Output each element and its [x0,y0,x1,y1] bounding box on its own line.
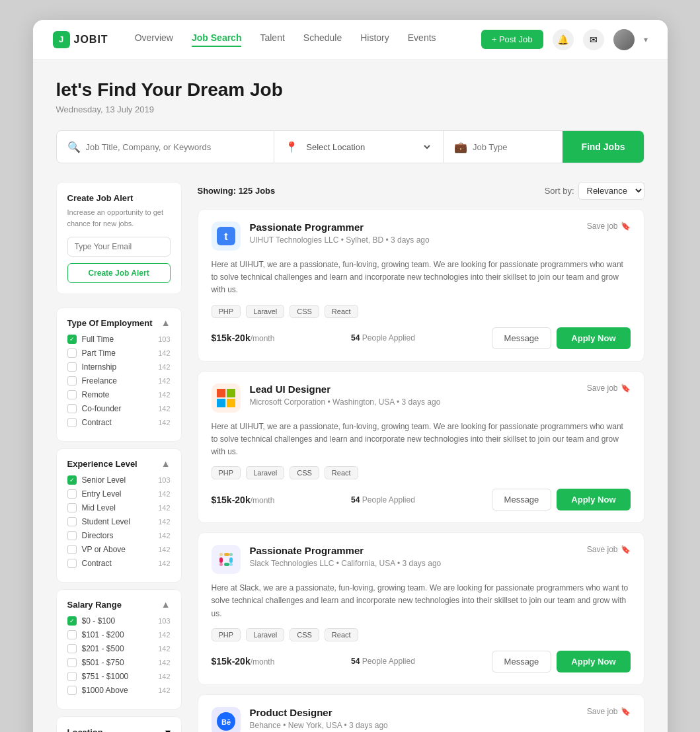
applied: 54 People Applied [351,657,415,666]
parttime-checkbox[interactable] [67,348,77,358]
filter-item-left: Freelance [67,376,117,386]
salary4-checkbox[interactable] [67,672,77,681]
filter-item: VP or Above 142 [67,545,171,554]
nav-events[interactable]: Events [408,32,436,47]
alert-email-input[interactable] [67,237,171,257]
svg-rect-5 [229,557,233,563]
bell-icon[interactable]: 🔔 [553,29,574,50]
behance-logo-svg: Bē [216,712,236,731]
contract-exp-checkbox[interactable] [67,559,77,568]
bookmark-icon: 🔖 [621,545,631,554]
vp-checkbox[interactable] [67,545,77,554]
nav-job-search[interactable]: Job Search [192,32,241,47]
ms-cell-yellow [227,399,235,407]
student-count: 142 [158,518,170,526]
experience-filter-header: Experience Level ▲ [67,458,171,469]
filter-item-left: Co-founder [67,404,122,413]
search-input[interactable] [86,142,264,152]
filter-item-left: Senior Level [67,475,126,485]
salary2-checkbox[interactable] [67,644,77,653]
save-job-button[interactable]: Save job 🔖 [587,222,631,231]
filter-item: Student Level 142 [67,517,171,526]
cofounder-checkbox[interactable] [67,404,77,413]
directors-checkbox[interactable] [67,531,77,540]
contract-emp-checkbox[interactable] [67,418,77,427]
job-posted: 3 days ago [402,397,441,407]
post-job-button[interactable]: + Post Job [481,30,543,49]
location-field: 📍 Select Location [274,131,444,163]
save-job-button[interactable]: Save job 🔖 [587,384,631,393]
salary-range: $15k-20k [212,656,251,667]
location-filter[interactable]: Location ▾ [56,716,182,732]
student-label: Student Level [82,517,130,526]
freelance-checkbox[interactable] [67,376,77,386]
job-posted: 3 days ago [403,559,442,568]
apply-now-button[interactable]: Apply Now [557,327,630,349]
salary0-checkbox[interactable] [67,616,77,626]
internship-checkbox[interactable] [67,362,77,372]
create-alert-button[interactable]: Create Job Alert [67,263,171,283]
filter-item-left: Contract [67,559,112,568]
jobtype-input[interactable] [473,142,552,152]
mail-icon[interactable]: ✉ [583,29,604,50]
job-card: Lead UI Designer Microsoft Corporation •… [198,371,644,524]
apply-now-button[interactable]: Apply Now [557,489,630,510]
applied-label-text: People Applied [362,657,415,666]
company-logo: t [212,222,241,251]
avatar[interactable] [613,29,635,50]
save-job-button[interactable]: Save job 🔖 [587,545,631,554]
tag-laravel: Laravel [246,628,284,641]
salary-collapse-icon[interactable]: ▲ [161,599,171,610]
bookmark-icon: 🔖 [621,384,631,393]
mid-checkbox[interactable] [67,503,77,512]
message-button[interactable]: Message [492,651,552,672]
sidebar: Create Job Alert Increase an opportunity… [56,182,182,732]
location-icon: 📍 [285,141,298,153]
nav-schedule[interactable]: Schedule [303,32,342,47]
salary0-count: 103 [158,617,170,625]
salary3-checkbox[interactable] [67,658,77,667]
fulltime-checkbox[interactable] [67,335,77,344]
nav-history[interactable]: History [360,32,389,47]
job-location: Sylhet, BD [346,235,383,245]
experience-collapse-icon[interactable]: ▲ [161,458,171,469]
location-select[interactable]: Select Location [303,142,432,153]
job-tags: PHP Laravel CSS React [212,305,631,318]
filter-item: Internship 142 [67,362,171,372]
senior-checkbox[interactable] [67,475,77,485]
svg-text:t: t [224,231,228,242]
salary1-checkbox[interactable] [67,630,77,639]
nav-overview[interactable]: Overview [135,32,173,47]
salary1-label: $101 - $200 [82,630,124,639]
sort-select[interactable]: Relevance [578,182,644,200]
chevron-down-icon[interactable]: ▾ [644,35,648,44]
apply-now-button[interactable]: Apply Now [557,651,630,672]
company-name: Behance [250,721,281,730]
entry-checkbox[interactable] [67,489,77,499]
employment-collapse-icon[interactable]: ▲ [161,317,171,328]
salary5-count: 142 [158,686,170,694]
nav-links: Overview Job Search Talent Schedule Hist… [135,32,481,47]
save-job-label: Save job [587,545,618,554]
message-button[interactable]: Message [492,327,552,349]
filter-item: Full Time 103 [67,335,171,344]
contract-emp-label: Contract [82,418,112,427]
save-job-button[interactable]: Save job 🔖 [587,707,631,716]
tag-react: React [325,466,358,479]
job-description: Here at Slack, we are a passionate, fun-… [212,582,631,620]
nav-talent[interactable]: Talent [260,32,284,47]
job-card-header: Lead UI Designer Microsoft Corporation •… [212,384,631,413]
filter-item-left: VP or Above [67,545,126,554]
job-meta: UIHUT Technologies LLC • Sylhet, BD • 3 … [250,235,578,245]
job-info: Lead UI Designer Microsoft Corporation •… [250,384,578,407]
contract-exp-label: Contract [82,559,112,568]
job-actions: Message Apply Now [492,327,631,349]
salary2-label: $201 - $500 [82,644,124,653]
filter-item: $201 - $500 142 [67,644,171,653]
salary-range: $15k-20k [212,333,251,343]
remote-checkbox[interactable] [67,390,77,399]
student-checkbox[interactable] [67,517,77,526]
find-jobs-button[interactable]: Find Jobs [563,131,643,163]
message-button[interactable]: Message [492,489,552,510]
salary5-checkbox[interactable] [67,686,77,695]
